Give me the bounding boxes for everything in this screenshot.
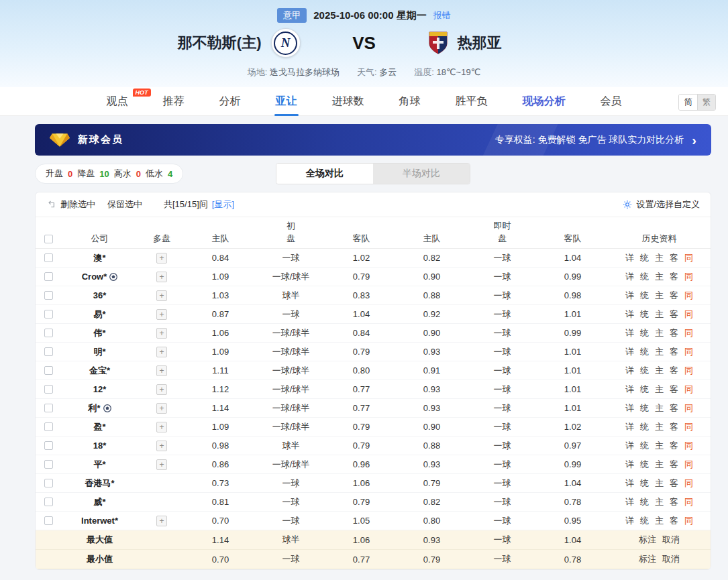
history-link-stats[interactable]: 统 xyxy=(640,496,649,508)
row-checkbox[interactable] xyxy=(44,516,53,525)
delete-selected-button[interactable]: 删除选中 xyxy=(60,198,95,211)
row-checkbox[interactable] xyxy=(44,347,53,356)
row-checkbox[interactable] xyxy=(44,404,53,412)
history-link-stats[interactable]: 统 xyxy=(640,308,649,321)
history-link-home[interactable]: 主 xyxy=(655,440,664,452)
history-link-stats[interactable]: 统 xyxy=(640,402,649,414)
settings-button[interactable]: 设置/选择自定义 xyxy=(623,198,700,211)
company-name[interactable]: 明* xyxy=(61,346,138,358)
keep-selected-button[interactable]: 保留选中 xyxy=(107,198,142,211)
show-link[interactable]: [显示] xyxy=(212,198,234,211)
nav-tab-4[interactable]: 亚让 xyxy=(258,87,315,116)
history-link-home[interactable]: 主 xyxy=(655,290,664,302)
expand-odds-button[interactable]: + xyxy=(156,272,167,282)
company-name[interactable]: 利* xyxy=(61,402,138,414)
history-link-same[interactable]: 同 xyxy=(684,515,693,527)
history-link-same[interactable]: 同 xyxy=(684,271,693,283)
history-link-home[interactable]: 主 xyxy=(655,477,664,489)
company-name[interactable]: 18* xyxy=(61,441,138,451)
summary-cancel-button[interactable]: 取消 xyxy=(662,534,680,546)
company-name[interactable]: 澳* xyxy=(61,252,138,264)
nav-tab-1[interactable]: 观点HOT xyxy=(89,87,146,116)
history-link-home[interactable]: 主 xyxy=(655,515,664,527)
history-link-same[interactable]: 同 xyxy=(684,327,693,339)
history-link-same[interactable]: 同 xyxy=(684,421,693,433)
expand-odds-button[interactable]: + xyxy=(156,459,167,470)
row-checkbox[interactable] xyxy=(44,253,53,262)
history-link-stats[interactable]: 统 xyxy=(640,515,649,527)
history-link-detail[interactable]: 详 xyxy=(625,477,634,489)
expand-odds-button[interactable]: + xyxy=(156,365,167,376)
company-name[interactable]: 易* xyxy=(61,308,138,321)
history-link-home[interactable]: 主 xyxy=(655,346,664,358)
history-link-detail[interactable]: 详 xyxy=(625,271,634,283)
history-link-stats[interactable]: 统 xyxy=(640,290,649,302)
history-link-same[interactable]: 同 xyxy=(684,459,693,471)
nav-tab-3[interactable]: 分析 xyxy=(202,87,258,116)
row-checkbox[interactable] xyxy=(44,498,53,506)
history-link-home[interactable]: 主 xyxy=(655,365,664,377)
summary-mark-button[interactable]: 标注 xyxy=(639,534,656,546)
expand-odds-button[interactable]: + xyxy=(156,441,167,451)
promo-arrow-icon[interactable]: › xyxy=(692,133,696,147)
history-link-detail[interactable]: 详 xyxy=(625,252,634,264)
expand-odds-button[interactable]: + xyxy=(156,253,167,264)
history-link-detail[interactable]: 详 xyxy=(625,515,634,527)
nav-tab-8[interactable]: 现场分析 xyxy=(505,87,583,116)
history-link-same[interactable]: 同 xyxy=(684,402,693,414)
history-link-home[interactable]: 主 xyxy=(655,271,664,283)
history-link-stats[interactable]: 统 xyxy=(640,346,649,358)
expand-odds-button[interactable]: + xyxy=(156,347,167,357)
history-link-home[interactable]: 主 xyxy=(655,327,664,339)
nav-tab-7[interactable]: 胜平负 xyxy=(438,87,505,116)
history-link-detail[interactable]: 详 xyxy=(625,327,634,339)
expand-odds-button[interactable]: + xyxy=(156,309,167,320)
nav-tab-5[interactable]: 进球数 xyxy=(315,87,382,116)
lang-simplified-button[interactable]: 简 xyxy=(679,95,697,110)
history-link-home[interactable]: 主 xyxy=(655,421,664,433)
row-checkbox[interactable] xyxy=(44,310,53,318)
nav-tab-9[interactable]: 会员 xyxy=(583,87,639,116)
company-name[interactable]: 伟* xyxy=(61,327,138,339)
row-checkbox[interactable] xyxy=(44,291,53,300)
row-checkbox[interactable] xyxy=(44,422,53,431)
row-checkbox[interactable] xyxy=(44,441,53,450)
history-link-away[interactable]: 客 xyxy=(670,327,678,339)
company-name[interactable]: 威* xyxy=(61,496,138,508)
summary-mark-button[interactable]: 标注 xyxy=(639,553,656,565)
expand-odds-button[interactable]: + xyxy=(156,422,167,432)
expand-odds-button[interactable]: + xyxy=(156,516,167,526)
report-error-link[interactable]: 报错 xyxy=(433,9,451,21)
history-link-detail[interactable]: 详 xyxy=(625,308,634,321)
history-link-stats[interactable]: 统 xyxy=(640,271,649,283)
history-link-home[interactable]: 主 xyxy=(655,402,664,414)
company-name[interactable]: 香港马* xyxy=(61,477,138,489)
history-link-away[interactable]: 客 xyxy=(670,496,678,508)
history-link-detail[interactable]: 详 xyxy=(625,290,634,302)
history-link-detail[interactable]: 详 xyxy=(625,421,634,433)
history-link-detail[interactable]: 详 xyxy=(625,459,634,471)
history-link-away[interactable]: 客 xyxy=(670,365,678,377)
history-link-detail[interactable]: 详 xyxy=(625,402,634,414)
history-link-same[interactable]: 同 xyxy=(684,384,693,396)
history-link-home[interactable]: 主 xyxy=(655,308,664,321)
history-link-away[interactable]: 客 xyxy=(670,402,678,414)
history-link-away[interactable]: 客 xyxy=(670,421,678,433)
summary-cancel-button[interactable]: 取消 xyxy=(662,553,680,565)
history-link-home[interactable]: 主 xyxy=(655,459,664,471)
lang-traditional-button[interactable]: 繁 xyxy=(697,95,715,110)
history-link-stats[interactable]: 统 xyxy=(640,365,649,377)
history-link-detail[interactable]: 详 xyxy=(625,496,634,508)
expand-odds-button[interactable]: + xyxy=(156,403,167,414)
history-link-same[interactable]: 同 xyxy=(684,477,693,489)
history-link-stats[interactable]: 统 xyxy=(640,440,649,452)
history-link-away[interactable]: 客 xyxy=(670,252,678,264)
history-link-detail[interactable]: 详 xyxy=(625,440,634,452)
history-link-away[interactable]: 客 xyxy=(670,384,678,396)
company-name[interactable]: 盈* xyxy=(61,421,138,433)
company-name[interactable]: 金宝* xyxy=(61,365,138,377)
history-link-home[interactable]: 主 xyxy=(655,384,664,396)
history-link-stats[interactable]: 统 xyxy=(640,477,649,489)
history-link-stats[interactable]: 统 xyxy=(640,459,649,471)
history-link-away[interactable]: 客 xyxy=(670,440,678,452)
